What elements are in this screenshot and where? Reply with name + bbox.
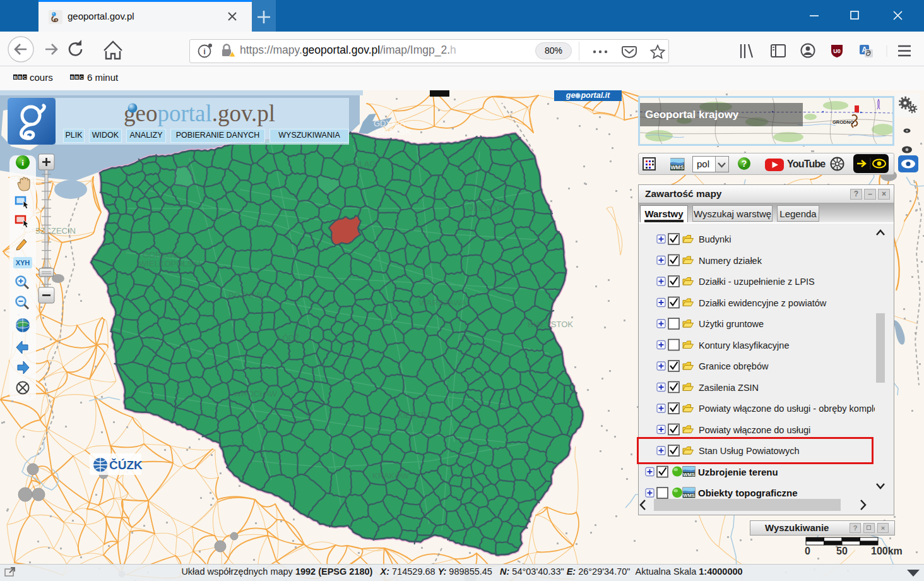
svg-text:C: C <box>23 75 27 80</box>
svg-text:?: ? <box>742 159 747 169</box>
svg-text:Budynki: Budynki <box>699 234 732 244</box>
svg-text:BIAŁYSTOK: BIAŁYSTOK <box>528 320 573 329</box>
svg-text:Kontury klasyfikacyjne: Kontury klasyfikacyjne <box>699 340 789 350</box>
svg-text:Obiekty topograficzne: Obiekty topograficzne <box>698 488 798 498</box>
svg-text:Granice obrębów: Granice obrębów <box>699 361 769 371</box>
svg-text:Zasilenia ZSIN: Zasilenia ZSIN <box>699 383 759 393</box>
svg-text:ŁÓDŹ: ŁÓDŹ <box>278 333 300 343</box>
svg-text:WARSZAWA: WARSZAWA <box>419 298 466 308</box>
svg-text:C: C <box>80 75 83 80</box>
svg-text:WMS: WMS <box>670 164 684 171</box>
svg-text:ČÚZK: ČÚZK <box>109 458 143 472</box>
svg-text:WMS: WMS <box>683 472 694 477</box>
svg-text:GDAŃSK: GDAŃSK <box>376 127 411 136</box>
svg-text:KIELCE: KIELCE <box>398 410 427 420</box>
svg-text:100km: 100km <box>871 546 903 556</box>
svg-text:50: 50 <box>836 546 848 556</box>
svg-text:WROCŁAW: WROCŁAW <box>234 389 278 398</box>
svg-text:Powiaty włączone do usługi - o: Powiaty włączone do usługi - obręby komp… <box>699 404 879 414</box>
svg-text:Działki - uzupełnienie z LPIS: Działki - uzupełnienie z LPIS <box>699 277 815 287</box>
svg-text:OLSZTYN: OLSZTYN <box>467 203 505 213</box>
svg-text:WIELKOPOLSKI: WIELKOPOLSKI <box>139 259 201 268</box>
svg-text:XYH: XYH <box>16 259 30 267</box>
svg-text:GORZÓW: GORZÓW <box>143 250 181 260</box>
svg-text:Geoportal krajowy: Geoportal krajowy <box>645 109 739 121</box>
svg-text:ELBLĄG: ELBLĄG <box>344 159 376 169</box>
svg-text:B: B <box>18 75 21 80</box>
svg-text:Powiaty włączone do usługi: Powiaty włączone do usługi <box>699 425 810 435</box>
svg-text:B: B <box>14 75 17 80</box>
svg-text:KRAKÓW: KRAKÓW <box>372 471 410 481</box>
svg-text:0: 0 <box>805 546 810 556</box>
svg-text:B: B <box>71 75 74 80</box>
svg-text:POZNAŃ: POZNAŃ <box>228 290 263 300</box>
svg-text:i: i <box>21 158 24 167</box>
svg-text:Działki ewidencyjne z powiatów: Działki ewidencyjne z powiatów <box>699 298 827 308</box>
svg-text:Uzbrojenie terenu: Uzbrojenie terenu <box>698 467 778 477</box>
svg-text:U0: U0 <box>833 48 841 54</box>
svg-text:i: i <box>203 47 206 56</box>
svg-text:Numery działek: Numery działek <box>699 256 762 266</box>
svg-text:GRODNO: GRODNO <box>832 119 854 125</box>
svg-text:B: B <box>75 75 78 80</box>
svg-text:WMS: WMS <box>683 493 694 498</box>
svg-text:Użytki gruntowe: Użytki gruntowe <box>699 319 764 329</box>
